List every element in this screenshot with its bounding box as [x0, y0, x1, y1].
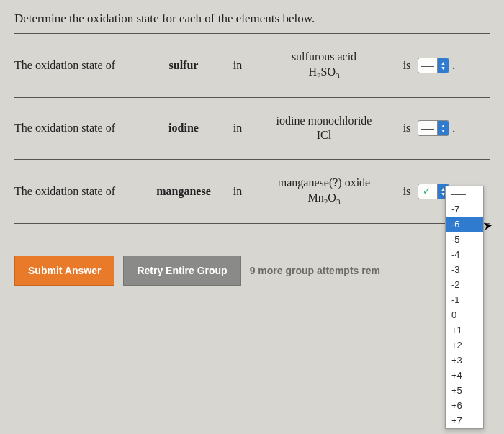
- dropdown-option[interactable]: +3: [446, 353, 483, 368]
- retry-button[interactable]: Retry Entire Group: [123, 256, 240, 286]
- compound-formula: Mn2O3: [252, 191, 396, 207]
- answer-cell: ▲▼ .: [418, 120, 475, 136]
- check-icon: ✓: [418, 186, 437, 196]
- compound: sulfurous acid H2SO3: [252, 50, 396, 81]
- compound: iodine monochloride ICl: [252, 114, 396, 144]
- prefix-text: The oxidation state of: [14, 185, 144, 198]
- question-text: Determine the oxidation state for each o…: [14, 7, 490, 33]
- element-name: iodine: [144, 122, 223, 135]
- in-text: in: [223, 122, 252, 135]
- blank-value: [421, 124, 434, 130]
- answer-cell: ▲▼ .: [418, 58, 475, 73]
- dropdown-option[interactable]: +1: [446, 322, 483, 338]
- oxidation-stepper[interactable]: ▲▼: [418, 120, 449, 136]
- compound-name: manganese(?) oxide: [252, 176, 396, 191]
- dropdown-option[interactable]: -1: [446, 292, 483, 307]
- dropdown-option[interactable]: -3: [446, 262, 483, 277]
- dropdown-option[interactable]: -4: [446, 247, 483, 262]
- dropdown-option[interactable]: -7: [446, 202, 483, 217]
- blank-value: [421, 61, 434, 67]
- in-text: in: [223, 185, 252, 198]
- cursor-icon: ➤: [482, 218, 493, 233]
- compound: manganese(?) oxide Mn2O3: [252, 176, 396, 207]
- period: .: [452, 121, 456, 136]
- dropdown-option[interactable]: +4: [446, 368, 483, 383]
- dropdown-option[interactable]: +7: [446, 413, 483, 428]
- element-name: sulfur: [144, 59, 223, 72]
- element-name: manganese: [144, 185, 223, 198]
- question-row: The oxidation state of manganese in mang…: [14, 160, 490, 223]
- compound-name: sulfurous acid: [252, 50, 396, 65]
- is-text: is: [396, 185, 418, 198]
- oxidation-stepper[interactable]: ▲▼: [418, 58, 449, 73]
- prefix-text: The oxidation state of: [14, 59, 144, 72]
- attempts-remaining: 9 more group attempts rem: [250, 265, 380, 276]
- dropdown-option[interactable]: [446, 186, 483, 202]
- dropdown-option[interactable]: +2: [446, 338, 483, 353]
- dropdown-option[interactable]: +6: [446, 398, 483, 413]
- oxidation-state-dropdown[interactable]: -7-6-5-4-3-2-10+1+2+3+4+5+6+7: [445, 186, 484, 429]
- question-row: The oxidation state of iodine in iodine …: [14, 98, 490, 160]
- compound-name: iodine monochloride: [252, 114, 396, 129]
- prefix-text: The oxidation state of: [14, 122, 144, 135]
- compound-formula: ICl: [252, 128, 396, 143]
- question-row: The oxidation state of sulfur in sulfuro…: [14, 34, 490, 97]
- dropdown-option[interactable]: -6: [446, 217, 483, 232]
- dropdown-option[interactable]: -5: [446, 232, 483, 247]
- in-text: in: [223, 59, 252, 72]
- submit-button[interactable]: Submit Answer: [14, 256, 114, 286]
- period: .: [452, 58, 456, 73]
- button-row: Submit Answer Retry Entire Group 9 more …: [14, 256, 490, 286]
- dropdown-option[interactable]: -2: [446, 277, 483, 292]
- is-text: is: [396, 122, 418, 135]
- stepper-arrows-icon[interactable]: ▲▼: [437, 121, 449, 135]
- is-text: is: [396, 59, 418, 72]
- compound-formula: H2SO3: [252, 65, 396, 81]
- dropdown-option[interactable]: 0: [446, 307, 483, 322]
- dropdown-option[interactable]: +5: [446, 383, 483, 398]
- stepper-arrows-icon[interactable]: ▲▼: [437, 58, 449, 73]
- divider: [14, 223, 490, 224]
